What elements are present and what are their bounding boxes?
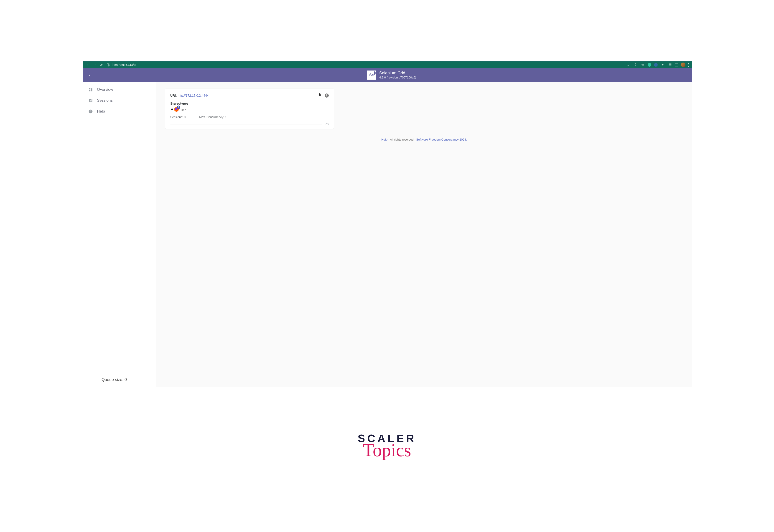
svg-rect-6 — [90, 100, 91, 102]
progress-percent: 0% — [325, 122, 329, 126]
nav-forward-icon[interactable]: → — [93, 63, 96, 67]
sidebar-item-label: Help — [97, 109, 105, 114]
footer-middle-text: - All rights reserved - — [387, 138, 416, 141]
footer-sfc-link[interactable]: Software Freedom Conservancy 2023. — [416, 138, 467, 141]
stereo-linux-icon — [170, 108, 174, 112]
sidebar-item-overview[interactable]: Overview — [83, 84, 156, 95]
progress-bar — [170, 124, 322, 124]
uri-label: URI: — [170, 94, 177, 97]
scaler-topics-logo: SCALER Topics — [358, 432, 416, 459]
browser-toolbar: ← → ⟳ i localhost:4444/ui ⤓ ⇪ ☆ ✦ ☰ — [83, 61, 692, 68]
app-header: ‹ Se Selenium Grid 4.9.0 (revision d7057… — [83, 68, 692, 82]
stereotypes-heading: Stereotypes — [170, 102, 329, 105]
analytics-icon — [88, 98, 93, 103]
url-host: localhost:4444 — [112, 63, 133, 67]
selenium-grid-logo-icon: Se — [367, 71, 376, 80]
extension-blue-icon[interactable] — [654, 63, 658, 67]
reload-icon[interactable]: ⟳ — [100, 63, 103, 67]
sidebar-item-label: Sessions — [97, 98, 113, 103]
header-back-button[interactable]: ‹ — [87, 72, 92, 78]
reading-list-icon[interactable]: ☰ — [668, 63, 672, 67]
uri-line: URI: http://172.17.0.2:4444 — [170, 94, 209, 97]
help-icon: ? — [88, 109, 93, 114]
app-body: Overview Sessions ? Help Queue size: 0 — [83, 82, 692, 387]
sidebar-item-sessions[interactable]: Sessions — [83, 95, 156, 106]
sessions-count: Sessions: 0 — [170, 115, 185, 119]
usage-progress: 0% — [170, 122, 329, 126]
svg-rect-3 — [89, 90, 91, 91]
share-icon[interactable]: ⇪ — [633, 63, 638, 67]
node-card: URI: http://172.17.0.2:4444 i Stere — [165, 89, 334, 129]
svg-point-11 — [320, 94, 320, 94]
svg-rect-7 — [91, 99, 92, 101]
logo-text: Se — [369, 73, 374, 77]
app-title: Selenium Grid — [379, 71, 416, 76]
uri-link[interactable]: http://172.17.0.2:4444 — [178, 94, 209, 97]
node-info-icon[interactable]: i — [325, 93, 329, 98]
stereo-firefox-icon: 1 — [174, 107, 179, 112]
sidebar-item-help[interactable]: ? Help — [83, 106, 156, 117]
max-concurrency: Max. Concurrency: 1 — [199, 115, 227, 119]
footer: Help - All rights reserved - Software Fr… — [156, 136, 692, 148]
extension-green-icon[interactable] — [648, 63, 651, 67]
linux-icon — [318, 93, 322, 98]
chrome-menu-icon[interactable] — [688, 63, 689, 67]
profile-avatar-icon[interactable] — [681, 63, 686, 67]
svg-text:?: ? — [90, 110, 91, 113]
install-icon[interactable]: ⤓ — [626, 63, 630, 67]
nav-back-icon[interactable]: ← — [86, 63, 90, 67]
site-info-icon[interactable]: i — [107, 63, 110, 66]
star-icon[interactable]: ☆ — [640, 63, 645, 67]
sidebar: Overview Sessions ? Help Queue size: 0 — [83, 82, 156, 387]
toolbar-right: ⤓ ⇪ ☆ ✦ ☰ — [626, 63, 689, 67]
browser-window: ← → ⟳ i localhost:4444/ui ⤓ ⇪ ☆ ✦ ☰ ‹ — [83, 61, 692, 387]
svg-rect-0 — [89, 88, 91, 90]
dashboard-icon — [88, 87, 93, 92]
svg-point-10 — [319, 94, 320, 94]
url-path: /ui — [133, 63, 136, 67]
sidebar-item-label: Overview — [97, 87, 113, 92]
brand-word-topics: Topics — [358, 443, 416, 457]
stereo-count-badge: 1 — [177, 106, 180, 109]
address-bar[interactable]: i localhost:4444/ui — [107, 63, 136, 67]
svg-rect-2 — [91, 89, 92, 91]
puzzle-icon[interactable]: ✦ — [661, 63, 665, 67]
svg-rect-5 — [90, 101, 90, 101]
queue-size-label: Queue size: 0 — [83, 373, 156, 387]
stereo-version: v.112.0 — [179, 109, 186, 112]
footer-help-link[interactable]: Help — [381, 138, 387, 141]
svg-rect-1 — [91, 88, 92, 89]
app-version: 4.9.0 (revision d7057100a6) — [379, 76, 416, 79]
tab-overview-icon[interactable] — [675, 63, 678, 66]
main-area: URI: http://172.17.0.2:4444 i Stere — [156, 82, 692, 387]
